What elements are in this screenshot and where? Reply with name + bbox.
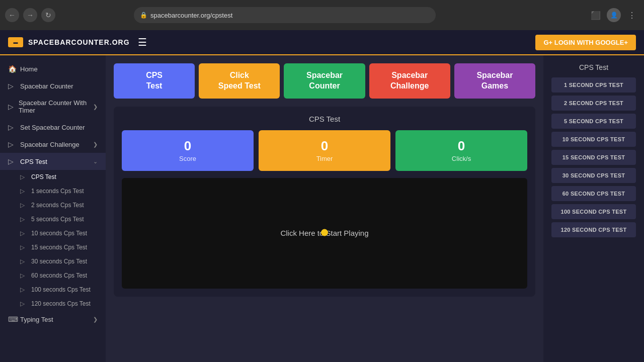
main-layout: 🏠 Home ▷ Spacebar Counter ▷ Spacebar Cou…	[0, 55, 644, 362]
sidebar-subitem-5s[interactable]: ▷ 5 seconds Cps Test	[0, 212, 106, 226]
browser-chrome: ← → ↻ 🔒 spacebarcounter.org/cpstest ⬛ 👤 …	[0, 0, 644, 30]
cps-link-2s[interactable]: 2 SECOND CPS TEST	[551, 96, 636, 111]
timer-value: 0	[264, 138, 385, 154]
sidebar-item-set-spacebar[interactable]: ▷ Set Spacebar Counter	[0, 119, 106, 136]
sidebar-subitem-5s-label: 5 seconds Cps Test	[31, 216, 84, 223]
cps-link-10s[interactable]: 10 SECOND CPS TEST	[551, 132, 636, 147]
refresh-button[interactable]: ↻	[41, 8, 55, 22]
sidebar-subitem-120s[interactable]: ▷ 120 seconds Cps Test	[0, 297, 106, 311]
sidebar-item-set-spacebar-label: Set Spacebar Counter	[20, 124, 85, 131]
sidebar-subitem-2s[interactable]: ▷ 2 seconds Cps Test	[0, 198, 106, 212]
score-value: 0	[127, 138, 249, 154]
top-card-cps-test-label: CPSTest	[146, 71, 163, 90]
sidebar-item-typing-test-label: Typing Test	[20, 316, 53, 323]
cps-link-30s[interactable]: 30 SECOND CPS TEST	[551, 168, 636, 183]
login-button[interactable]: G+ LOGIN WITH GOOGLE+	[535, 35, 636, 50]
subitem-icon-1: ▷	[20, 188, 27, 195]
sidebar-item-spacebar-counter-timer[interactable]: ▷ Spacebar Counter With Timer ❯	[0, 95, 106, 119]
sidebar-subitem-60s-label: 60 seconds Cps Test	[31, 272, 87, 279]
sidebar-subitem-100s-label: 100 seconds Cps Test	[31, 286, 91, 293]
top-card-click-speed-test-label: ClickSpeed Test	[218, 71, 261, 90]
right-sidebar-title: CPS Test	[551, 63, 636, 71]
top-card-spacebar-games[interactable]: SpacebarGames	[454, 63, 535, 99]
address-bar[interactable]: 🔒 spacebarcounter.org/cpstest	[134, 7, 436, 23]
sidebar-subitem-30s[interactable]: ▷ 30 seconds Cps Test	[0, 254, 106, 268]
sidebar-item-spacebar-counter-timer-label: Spacebar Counter With Timer	[19, 99, 89, 114]
subitem-icon-6: ▷	[20, 258, 27, 265]
subitem-icon-3: ▷	[20, 216, 27, 223]
cps-link-1s[interactable]: 1 SECOND CPS TEST	[551, 77, 636, 93]
subitem-icon-9: ▷	[20, 300, 27, 307]
top-card-cps-test[interactable]: CPSTest	[114, 63, 195, 99]
logo-text: SPACEBARCOUNTER.ORG	[28, 38, 130, 46]
sidebar-item-cps-test[interactable]: ▷ CPS Test ⌄	[0, 153, 106, 170]
cps-link-15s[interactable]: 15 SECOND CPS TEST	[551, 150, 636, 165]
play-area[interactable]: Click Here to Start Playing	[122, 178, 527, 289]
clicks-label: Click/s	[452, 155, 471, 162]
spacebar-challenge-icon: ▷	[8, 140, 16, 148]
sidebar-item-home-label: Home	[20, 65, 38, 73]
chevron-icon-4: ❯	[93, 316, 98, 323]
chevron-icon-3: ⌄	[93, 158, 98, 165]
sidebar-item-home[interactable]: 🏠 Home	[0, 60, 106, 77]
chevron-icon-2: ❯	[93, 141, 98, 148]
sidebar-subitem-60s[interactable]: ▷ 60 seconds Cps Test	[0, 268, 106, 283]
sidebar-item-spacebar-challenge-label: Spacebar Challenge	[20, 141, 79, 148]
hamburger-button[interactable]: ☰	[138, 36, 147, 48]
score-boxes: 0 Score 0 Timer 0 Click/s	[122, 130, 527, 171]
site-logo: ▬ SPACEBARCOUNTER.ORG	[8, 37, 130, 47]
spacebar-counter-icon: ▷	[8, 82, 16, 90]
set-spacebar-icon: ▷	[8, 123, 16, 131]
sidebar-item-spacebar-counter[interactable]: ▷ Spacebar Counter	[0, 77, 106, 95]
content-area: CPSTest ClickSpeed Test SpacebarCounter …	[106, 55, 543, 362]
clicks-value: 0	[400, 138, 522, 154]
sidebar-subitem-100s[interactable]: ▷ 100 seconds Cps Test	[0, 283, 106, 297]
extensions-button[interactable]: ⬛	[589, 8, 603, 22]
cps-link-5s[interactable]: 5 SECOND CPS TEST	[551, 114, 636, 129]
sidebar: 🏠 Home ▷ Spacebar Counter ▷ Spacebar Cou…	[0, 55, 106, 362]
back-button[interactable]: ←	[5, 8, 19, 22]
score-label: Score	[179, 155, 196, 162]
sidebar-item-cps-test-label: CPS Test	[20, 158, 47, 165]
subitem-icon-2: ▷	[20, 202, 27, 209]
top-cards: CPSTest ClickSpeed Test SpacebarCounter …	[114, 63, 535, 99]
sidebar-subitem-2s-label: 2 seconds Cps Test	[31, 202, 84, 209]
top-card-spacebar-counter[interactable]: SpacebarCounter	[284, 63, 365, 99]
top-card-spacebar-challenge[interactable]: SpacebarChallenge	[369, 63, 450, 99]
top-card-click-speed-test[interactable]: ClickSpeed Test	[199, 63, 280, 99]
subitem-icon-7: ▷	[20, 272, 27, 279]
site-header: ▬ SPACEBARCOUNTER.ORG ☰ G+ LOGIN WITH GO…	[0, 30, 644, 55]
chevron-icon: ❯	[93, 104, 98, 110]
home-icon: 🏠	[8, 65, 16, 73]
cps-link-120s[interactable]: 120 SECOND CPS TEST	[551, 222, 636, 237]
sidebar-subitem-10s[interactable]: ▷ 10 seconds Cps Test	[0, 226, 106, 240]
top-card-spacebar-counter-label: SpacebarCounter	[306, 71, 343, 90]
sidebar-item-spacebar-challenge[interactable]: ▷ Spacebar Challenge ❯	[0, 136, 106, 153]
sidebar-subitem-cps-test[interactable]: ▷ CPS Test	[0, 170, 106, 184]
sidebar-subitem-15s-label: 15 seconds Cps Test	[31, 244, 87, 251]
sidebar-subitem-120s-label: 120 seconds Cps Test	[31, 300, 91, 307]
sidebar-subitem-15s[interactable]: ▷ 15 seconds Cps Test	[0, 240, 106, 254]
cps-test-icon: ▷	[8, 157, 16, 165]
subitem-icon-0: ▷	[20, 173, 27, 180]
menu-button[interactable]: ⋮	[625, 8, 639, 22]
sidebar-item-spacebar-counter-label: Spacebar Counter	[20, 82, 73, 90]
right-sidebar: CPS Test 1 SECOND CPS TEST 2 SECOND CPS …	[543, 55, 644, 362]
sidebar-subitem-cps-test-label: CPS Test	[31, 173, 56, 180]
cps-section-title: CPS Test	[122, 115, 527, 123]
cps-link-60s[interactable]: 60 SECOND CPS TEST	[551, 186, 636, 201]
subitem-icon-4: ▷	[20, 230, 27, 237]
lock-icon: 🔒	[140, 12, 147, 19]
score-box-clicks: 0 Click/s	[395, 130, 527, 171]
top-card-spacebar-games-label: SpacebarGames	[476, 71, 513, 90]
sidebar-item-typing-test[interactable]: ⌨ Typing Test ❯	[0, 311, 106, 328]
subitem-icon-8: ▷	[20, 286, 27, 293]
forward-button[interactable]: →	[23, 8, 37, 22]
profile-button[interactable]: 👤	[607, 8, 621, 22]
timer-label: Timer	[316, 155, 333, 162]
sidebar-subitem-1s[interactable]: ▷ 1 seconds Cps Test	[0, 184, 106, 198]
url-text: spacebarcounter.org/cpstest	[150, 12, 232, 19]
cps-link-100s[interactable]: 100 SECOND CPS TEST	[551, 204, 636, 219]
browser-right-icons: ⬛ 👤 ⋮	[589, 8, 639, 22]
sidebar-subitem-10s-label: 10 seconds Cps Test	[31, 230, 87, 237]
